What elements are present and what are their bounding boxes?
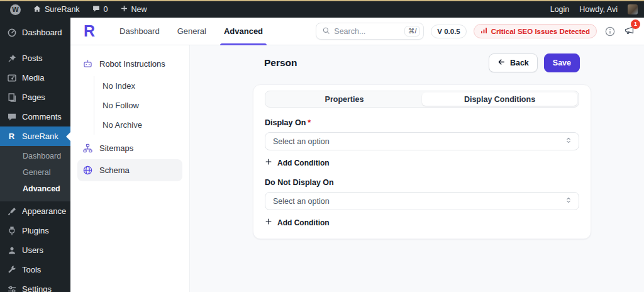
plugin-sidebar-item-no-follow[interactable]: No Follow <box>94 96 182 115</box>
sitemap-icon <box>82 143 93 154</box>
sidebar-item-label: Pages <box>22 93 45 102</box>
plugin-sidebar-item-no-index[interactable]: No Index <box>94 76 182 96</box>
display-on-select[interactable]: Select an option <box>265 132 579 150</box>
save-button[interactable]: Save <box>544 53 580 72</box>
user-avatar[interactable] <box>628 4 638 14</box>
critical-seo-alert-badge[interactable]: Critical SEO Issues Detected <box>474 24 597 38</box>
new-content-menu[interactable]: New <box>116 1 151 18</box>
plugin-sidebar-item-label: Robot Instructions <box>99 59 165 69</box>
add-condition-button[interactable]: Add Condition <box>265 218 579 227</box>
comments-icon <box>6 111 17 122</box>
info-icon[interactable] <box>604 25 616 38</box>
critical-seo-alert-label: Critical SEO Issues Detected <box>491 28 590 35</box>
tab-dashboard[interactable]: Dashboard <box>111 18 169 45</box>
sidebar-item-label: Settings <box>22 284 52 292</box>
submenu-item-dashboard[interactable]: Dashboard <box>0 148 70 164</box>
plugin-sidebar-item-no-archive[interactable]: No Archive <box>94 115 182 135</box>
announcements-button[interactable]: 1 <box>623 25 636 38</box>
plug-icon <box>6 225 17 236</box>
sidebar-item-label: Dashboard <box>22 28 62 37</box>
comment-bubble-icon <box>92 4 101 15</box>
sidebar-item-label: Plugins <box>22 226 49 235</box>
do-not-display-on-select[interactable]: Select an option <box>265 192 579 210</box>
media-icon <box>6 72 17 83</box>
sidebar-item-label: Tools <box>22 265 41 274</box>
plus-icon <box>265 158 272 167</box>
sidebar-item-label: Posts <box>22 53 43 63</box>
select-placeholder: Select an option <box>273 137 330 146</box>
admin-bar-left: W SureRank 0 New <box>0 1 151 18</box>
plugin-sidebar-item-sitemaps[interactable]: Sitemaps <box>77 137 182 159</box>
admin-bar-right: Login Howdy, Avi <box>550 4 644 14</box>
search-icon <box>322 26 330 37</box>
sidebar-item-surerank[interactable]: R SureRank <box>0 126 70 146</box>
chevron-up-down-icon <box>564 196 573 206</box>
user-icon <box>6 245 17 256</box>
search-box[interactable]: ⌘/ <box>316 23 424 40</box>
sidebar-item-label: Media <box>22 73 44 82</box>
plugin-header: R Dashboard General Advanced ⌘/ V 0.0.5 … <box>70 18 644 45</box>
tab-display-conditions[interactable]: Display Conditions <box>422 93 577 106</box>
wrench-icon <box>6 264 17 275</box>
pushpin-icon <box>6 53 17 64</box>
tab-properties[interactable]: Properties <box>267 93 422 106</box>
sidebar-item-appearance[interactable]: Appearance <box>0 201 70 221</box>
tab-general[interactable]: General <box>169 18 215 45</box>
plugin-sidebar-item-label: Sitemaps <box>99 143 133 153</box>
field-label-text: Display On <box>265 118 306 127</box>
do-not-display-on-label: Do Not Display On <box>265 178 579 187</box>
sidebar-item-tools[interactable]: Tools <box>0 260 70 279</box>
sidebar-item-media[interactable]: Media <box>0 68 70 87</box>
settings-sliders-icon <box>6 284 17 292</box>
comments-menu[interactable]: 0 <box>88 1 112 18</box>
search-shortcut-badge: ⌘/ <box>404 26 420 36</box>
sidebar-item-label: Appearance <box>22 206 66 216</box>
surerank-submenu: Dashboard General Advanced <box>0 146 70 201</box>
plugin-sidebar-item-schema[interactable]: Schema <box>77 159 182 181</box>
back-button-label: Back <box>510 59 529 67</box>
new-label: New <box>131 5 147 14</box>
bar-chart-icon <box>480 27 487 35</box>
sidebar-item-comments[interactable]: Comments <box>0 107 70 126</box>
sidebar-item-label: Users <box>22 245 43 255</box>
comments-count: 0 <box>104 5 108 14</box>
sidebar-item-dashboard[interactable]: Dashboard <box>0 23 70 42</box>
sidebar-item-users[interactable]: Users <box>0 240 70 260</box>
wp-admin-bar: W SureRank 0 New Login Howdy, Avi <box>0 1 644 18</box>
paintbrush-icon <box>6 206 17 216</box>
plugin-sidebar: Robot Instructions No Index No Follow No… <box>70 45 190 292</box>
plugin-tabs: Dashboard General Advanced <box>111 18 272 45</box>
plus-icon <box>120 4 128 14</box>
plus-icon <box>265 218 272 227</box>
plugin-sidebar-item-label: Schema <box>99 166 130 175</box>
login-link[interactable]: Login <box>550 5 570 14</box>
schema-settings-card: Properties Display Conditions Display On… <box>253 84 591 239</box>
display-on-label: Display On* <box>265 118 579 127</box>
arrow-left-icon <box>497 58 506 68</box>
sidebar-item-settings[interactable]: Settings <box>0 279 70 292</box>
tab-advanced[interactable]: Advanced <box>215 18 272 45</box>
surerank-logo-icon: R <box>6 131 17 142</box>
sidebar-item-posts[interactable]: Posts <box>0 48 70 68</box>
submenu-item-general[interactable]: General <box>0 164 70 181</box>
home-icon <box>33 4 42 15</box>
wp-logo-menu[interactable]: W <box>6 1 25 18</box>
sidebar-item-pages[interactable]: Pages <box>0 87 70 107</box>
pages-icon <box>6 92 17 103</box>
main-content: Person Back Save Properties Display Cond… <box>190 45 644 292</box>
required-asterisk: * <box>308 118 311 127</box>
dashboard-icon <box>6 27 17 38</box>
back-button[interactable]: Back <box>489 53 538 72</box>
search-input[interactable] <box>334 27 401 36</box>
add-condition-button[interactable]: Add Condition <box>265 158 579 167</box>
sidebar-item-plugins[interactable]: Plugins <box>0 221 70 240</box>
site-name-menu[interactable]: SureRank <box>29 1 84 18</box>
howdy-menu[interactable]: Howdy, Avi <box>579 5 618 14</box>
select-placeholder: Select an option <box>273 197 330 206</box>
surerank-plugin-logo: R <box>84 23 94 39</box>
notification-count-badge: 1 <box>631 20 640 29</box>
plugin-sidebar-item-robot-instructions[interactable]: Robot Instructions <box>77 53 182 75</box>
submenu-item-advanced[interactable]: Advanced <box>0 181 70 197</box>
globe-icon <box>82 165 93 176</box>
page-title: Person <box>264 57 297 69</box>
